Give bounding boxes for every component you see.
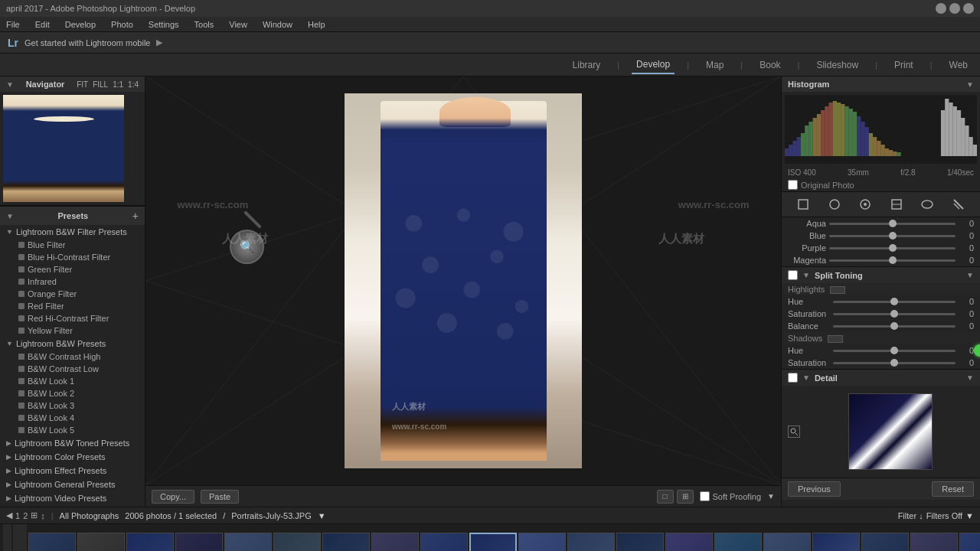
highlights-swatch[interactable]	[830, 286, 845, 294]
menu-window[interactable]: Window	[260, 20, 296, 29]
redeye-icon[interactable]	[856, 195, 874, 214]
grid-view-icon[interactable]: ⊞	[31, 510, 38, 520]
preset-group-bw-toned-header[interactable]: ▶ Lightroom B&W Toned Presets	[0, 436, 145, 450]
paste-button[interactable]: Paste	[201, 490, 239, 504]
preset-group-video-header[interactable]: ▶ Lightroom Video Presets	[0, 491, 145, 505]
filmstrip-thumb-14[interactable]	[665, 533, 713, 552]
filmstrip-thumb-13[interactable]	[616, 533, 664, 552]
aqua-thumb[interactable]	[889, 220, 897, 227]
original-photo-checkbox[interactable]	[788, 180, 798, 190]
close-button[interactable]	[963, 3, 974, 14]
blue-thumb[interactable]	[889, 232, 897, 240]
preset-item-bw-low[interactable]: B&W Contrast Low	[0, 363, 145, 375]
filmstrip-thumb-8[interactable]	[371, 533, 419, 552]
split-toning-header[interactable]: ▼ Split Toning ▼	[782, 267, 980, 283]
filmstrip-thumb-2[interactable]	[77, 533, 125, 552]
aqua-slider[interactable]	[829, 223, 956, 225]
spot-heal-icon[interactable]	[825, 195, 844, 214]
filmstrip-thumb-15[interactable]	[714, 533, 762, 552]
nav-ratio1[interactable]: 1:1	[113, 80, 123, 89]
zoom-icon[interactable]	[788, 425, 800, 438]
filmstrip-prev[interactable]: ◀	[3, 524, 11, 551]
previous-button[interactable]: Previous	[788, 481, 841, 497]
preset-group-bw-presets-header[interactable]: ▼ Lightroom B&W Presets	[0, 337, 145, 350]
shadows-swatch[interactable]	[828, 335, 843, 343]
filmstrip-thumb-10[interactable]	[469, 533, 517, 552]
menu-view[interactable]: View	[226, 20, 250, 29]
preset-item-bw-high[interactable]: B&W Contrast High	[0, 350, 145, 363]
nav-develop[interactable]: Develop	[632, 56, 675, 74]
magenta-thumb[interactable]	[889, 256, 897, 264]
filmstrip-thumb-17[interactable]	[812, 533, 860, 552]
nav-map[interactable]: Map	[701, 57, 728, 73]
reset-button[interactable]: Reset	[932, 481, 974, 497]
preset-item-bw-look1[interactable]: B&W Look 1	[0, 375, 145, 387]
filmstrip-thumb-11[interactable]	[518, 533, 566, 552]
preset-item-bw-look4[interactable]: B&W Look 4	[0, 412, 145, 424]
window-controls[interactable]	[936, 3, 974, 14]
crop-tool-icon[interactable]	[794, 195, 812, 214]
menu-photo[interactable]: Photo	[108, 20, 136, 29]
soft-proofing-toggle[interactable]: Soft Proofing	[700, 491, 762, 501]
preset-item-red-hi[interactable]: Red Hi-Contrast Filter	[0, 312, 145, 324]
shadows-hue-slider[interactable]	[833, 350, 956, 352]
nav-library[interactable]: Library	[568, 57, 606, 73]
all-photos-label[interactable]: All Photographs	[60, 511, 119, 520]
preset-item-bw-look5[interactable]: B&W Look 5	[0, 424, 145, 436]
preset-item-orange-filter[interactable]: Orange Filter	[0, 288, 145, 300]
shadows-hue-thumb[interactable]	[890, 347, 898, 354]
compare-view-button[interactable]: ⊞	[677, 490, 694, 504]
filmstrip-thumb-1[interactable]	[28, 533, 76, 552]
collection-arrow[interactable]: ▼	[318, 511, 326, 520]
detail-enable[interactable]	[788, 373, 798, 383]
brush-icon[interactable]	[949, 195, 968, 214]
radial-filter-icon[interactable]	[918, 195, 936, 214]
filmstrip-thumb-9[interactable]	[420, 533, 468, 552]
blue-slider[interactable]	[829, 235, 956, 237]
histogram-collapse[interactable]: ▼	[966, 80, 974, 89]
nav-slideshow[interactable]: Slideshow	[812, 57, 863, 73]
preset-item-blue-hi[interactable]: Blue Hi-Contrast Filter	[0, 251, 145, 263]
filmstrip-thumb-7[interactable]	[322, 533, 370, 552]
preset-group-general-header[interactable]: ▶ Lightroom General Presets	[0, 478, 145, 491]
highlights-hue-slider[interactable]	[833, 301, 956, 303]
magnifier-tool[interactable]: 🔍	[230, 230, 264, 264]
purple-slider[interactable]	[829, 247, 956, 249]
menu-develop[interactable]: Develop	[62, 20, 99, 29]
filmstrip-thumb-3[interactable]	[126, 533, 174, 552]
preset-item-blue-filter[interactable]: Blue Filter	[0, 239, 145, 251]
balance-slider[interactable]	[833, 325, 956, 328]
split-toning-enable[interactable]	[788, 270, 798, 280]
presets-add-icon[interactable]: +	[132, 210, 139, 222]
preset-group-effect-header[interactable]: ▶ Lightroom Effect Presets	[0, 464, 145, 478]
preset-item-yellow-filter[interactable]: Yellow Filter	[0, 324, 145, 337]
nav-book[interactable]: Book	[755, 57, 785, 73]
menu-help[interactable]: Help	[305, 20, 328, 29]
mobile-text[interactable]: Get started with Lightroom mobile	[24, 38, 150, 47]
maximize-button[interactable]	[949, 3, 960, 14]
soft-proofing-arrow[interactable]: ▼	[767, 492, 775, 500]
filmstrip-thumb-4[interactable]	[175, 533, 223, 552]
detail-header[interactable]: ▼ Detail ▼	[782, 370, 980, 386]
preset-group-bw-filter-header[interactable]: ▼ Lightroom B&W Filter Presets	[0, 225, 145, 239]
filmstrip-thumb-5[interactable]	[224, 533, 272, 552]
purple-thumb[interactable]	[889, 244, 897, 252]
magenta-slider[interactable]	[829, 259, 956, 262]
filmstrip-thumb-6[interactable]	[273, 533, 321, 552]
preset-group-user-header[interactable]: ▶ User Presets	[0, 505, 145, 507]
loupe-view-button[interactable]: □	[657, 490, 674, 504]
nav-web[interactable]: Web	[945, 57, 972, 73]
highlights-sat-slider[interactable]	[833, 313, 956, 315]
detail-collapse-icon[interactable]: ▼	[966, 373, 974, 382]
nav-print[interactable]: Print	[890, 57, 918, 73]
preset-item-green-filter[interactable]: Green Filter	[0, 263, 145, 276]
nav-fill[interactable]: FILL	[93, 80, 108, 89]
minimize-button[interactable]	[936, 3, 946, 14]
menu-file[interactable]: File	[3, 20, 23, 29]
navigator-header[interactable]: ▼ Navigator FIT FILL 1:1 1:4	[0, 77, 145, 92]
split-toning-collapse-icon[interactable]: ▼	[966, 271, 974, 279]
presets-header[interactable]: ▼ Presets +	[0, 206, 145, 225]
preset-item-red-filter[interactable]: Red Filter	[0, 300, 145, 312]
nav-fit[interactable]: FIT	[77, 80, 88, 89]
menu-settings[interactable]: Settings	[145, 20, 182, 29]
